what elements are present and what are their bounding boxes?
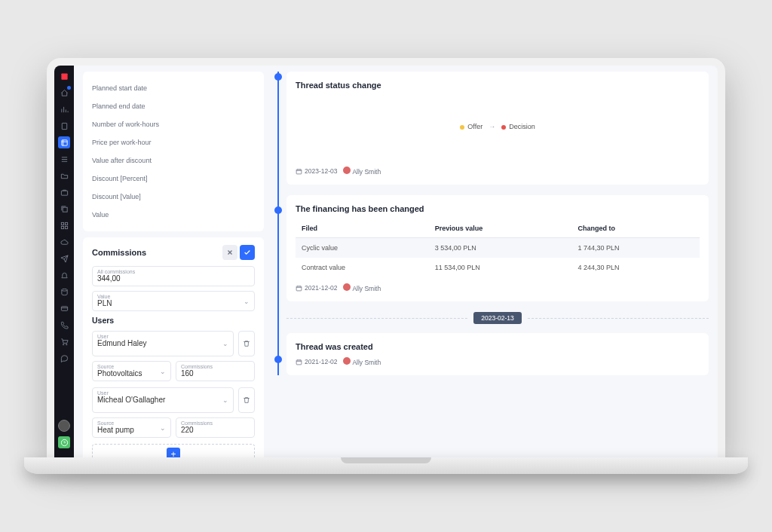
author-label: Ally Smith — [343, 357, 381, 366]
chevron-down-icon: ⌄ — [222, 396, 228, 404]
commissions-title: Commissions — [92, 248, 146, 257]
status-dot-icon — [460, 125, 464, 130]
confirm-button[interactable] — [240, 245, 255, 260]
all-commissions-input[interactable]: All commissions 344,00 — [92, 266, 255, 286]
svg-point-9 — [61, 289, 66, 291]
svg-rect-2 — [61, 139, 66, 145]
field-label[interactable]: Number of work-hours — [92, 115, 255, 133]
status-dot-icon — [501, 125, 506, 130]
notification-dot-icon — [67, 86, 71, 90]
delete-user-button[interactable] — [238, 387, 255, 413]
chevron-down-icon: ⌄ — [244, 298, 250, 305]
svg-rect-8 — [65, 226, 67, 228]
author-label: Ally Smith — [343, 283, 381, 292]
nav-copy-icon[interactable] — [58, 203, 70, 215]
delete-user-button[interactable] — [238, 331, 255, 356]
chevron-down-icon: ⌄ — [222, 340, 228, 347]
field-label[interactable]: Discount [Value] — [92, 188, 255, 206]
col-new: Changed to — [571, 219, 700, 238]
nav-grid-icon[interactable] — [58, 219, 70, 231]
svg-rect-16 — [296, 286, 302, 290]
avatar-icon — [343, 357, 351, 365]
chevron-down-icon: ⌄ — [160, 368, 166, 375]
nav-cloud-icon[interactable] — [58, 236, 70, 248]
nav-threads-icon[interactable] — [58, 136, 70, 148]
nav-analytics-icon[interactable] — [58, 103, 70, 115]
field-label[interactable]: Discount [Percent] — [92, 170, 255, 188]
field-label[interactable]: Value — [92, 206, 255, 224]
svg-rect-5 — [61, 222, 63, 225]
currency-select[interactable]: Value PLN ⌄ — [92, 291, 255, 311]
nav-doc-icon[interactable] — [58, 120, 70, 132]
user-avatar-icon[interactable] — [58, 420, 70, 432]
svg-rect-0 — [61, 73, 67, 79]
field-label[interactable]: Price per work-hour — [92, 133, 255, 151]
field-label[interactable]: Planned end date — [92, 97, 255, 115]
source-select[interactable]: Source Photovoltaics ⌄ — [92, 361, 171, 381]
svg-rect-1 — [62, 123, 66, 129]
timeline: Thread status change Offer → Decision 20… — [273, 72, 709, 375]
laptop-base — [24, 457, 748, 474]
timeline-line — [277, 72, 279, 375]
date-label: 2021-12-02 — [296, 284, 337, 292]
user-row: User Edmund Haley ⌄ Source Photovoltaics — [92, 331, 255, 381]
svg-rect-15 — [296, 169, 302, 173]
user-select[interactable]: User Edmund Haley ⌄ — [92, 331, 234, 356]
date-separator: 2023-02-13 — [286, 312, 709, 324]
date-label: 2021-12-02 — [296, 358, 337, 365]
nav-support-icon[interactable] — [58, 436, 70, 448]
status-change-card: Thread status change Offer → Decision 20… — [286, 72, 709, 185]
col-prev: Previous value — [429, 219, 572, 238]
sidebar-nav — [54, 66, 74, 457]
field-label[interactable]: Value after discount — [92, 151, 255, 170]
svg-rect-10 — [61, 306, 67, 310]
svg-rect-6 — [65, 222, 67, 225]
nav-chat-icon[interactable] — [58, 352, 70, 364]
nav-card-icon[interactable] — [58, 302, 70, 314]
details-card: Planned start date Planned end date Numb… — [83, 72, 264, 231]
field-label[interactable]: Planned start date — [92, 79, 255, 97]
users-subtitle: Users — [92, 316, 255, 325]
cancel-button[interactable] — [222, 245, 237, 260]
change-table: Filed Previous value Changed to Cyclic v… — [296, 219, 700, 277]
table-row: Cyclic value 3 534,00 PLN 1 744,30 PLN — [296, 238, 700, 258]
card-title: Thread was created — [296, 342, 700, 351]
avatar-icon — [343, 167, 351, 174]
timeline-column: Thread status change Offer → Decision 20… — [270, 66, 718, 457]
app-logo-icon[interactable] — [58, 70, 70, 82]
nav-folder-icon[interactable] — [58, 170, 70, 182]
commission-input[interactable]: Commissions 220 — [176, 417, 255, 438]
avatar-icon — [343, 283, 351, 291]
card-title: Thread status change — [296, 81, 700, 90]
add-user-row: + — [92, 444, 255, 457]
user-select[interactable]: User Micheal O'Gallagher ⌄ — [92, 387, 234, 413]
add-user-button[interactable]: + — [167, 448, 180, 457]
svg-rect-4 — [63, 207, 67, 212]
commissions-card: Commissions All commissions 344,00 — [83, 237, 264, 457]
calendar-icon — [296, 359, 302, 365]
app-screen: Planned start date Planned end date Numb… — [54, 66, 718, 457]
nav-list-icon[interactable] — [58, 153, 70, 165]
source-select[interactable]: Source Heat pump ⌄ — [92, 417, 171, 438]
nav-bell-icon[interactable] — [58, 269, 70, 281]
date-chip: 2023-02-13 — [473, 312, 521, 324]
timeline-node-icon — [274, 73, 282, 81]
svg-point-11 — [63, 344, 63, 344]
calendar-icon — [296, 285, 302, 292]
nav-cart-icon[interactable] — [58, 335, 70, 347]
svg-rect-3 — [61, 191, 67, 195]
user-row: User Micheal O'Gallagher ⌄ Source Heat p… — [92, 387, 255, 438]
col-field: Filed — [296, 219, 429, 238]
status-transition: Offer → Decision — [296, 96, 700, 161]
nav-db-icon[interactable] — [58, 286, 70, 298]
commission-input[interactable]: Commissions 160 — [176, 361, 255, 381]
nav-home-icon[interactable] — [58, 87, 70, 99]
card-title: The financing has been changed — [296, 204, 700, 213]
nav-briefcase-icon[interactable] — [58, 186, 70, 198]
laptop-frame: Planned start date Planned end date Numb… — [47, 58, 725, 457]
left-column: Planned start date Planned end date Numb… — [74, 66, 270, 457]
nav-phone-icon[interactable] — [58, 319, 70, 331]
chevron-down-icon: ⌄ — [160, 424, 166, 432]
nav-send-icon[interactable] — [58, 252, 70, 264]
table-row: Contract value 11 534,00 PLN 4 244,30 PL… — [296, 258, 700, 277]
